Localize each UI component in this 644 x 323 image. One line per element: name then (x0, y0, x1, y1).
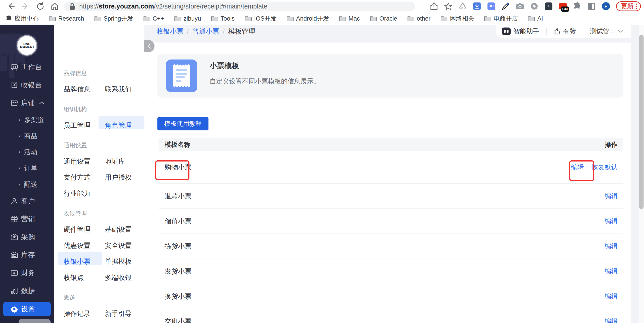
sidebar-item-purchase[interactable]: 采购 (0, 230, 54, 244)
sidebar-item-marketing[interactable]: 营销 (0, 212, 54, 226)
submenu-item-cashier-point[interactable]: 收银点 (64, 273, 84, 282)
sidebar-item-inventory[interactable]: 库存 (0, 248, 54, 262)
bookmark-folder[interactable]: 网络相关 (441, 14, 474, 22)
table-row: 交班小票 编辑 (158, 309, 623, 323)
sidebar-item-orders[interactable]: 订单 (0, 162, 54, 174)
praise-button[interactable]: 有赞 (553, 27, 576, 36)
template-tutorial-button[interactable]: 模板使用教程 (158, 117, 208, 130)
submenu-item-receipt[interactable]: 收银小票 (64, 257, 90, 266)
share-icon[interactable] (430, 2, 438, 10)
edit-link[interactable]: 编辑 (604, 242, 618, 251)
submenu-item-op-log[interactable]: 操作记录 (64, 309, 90, 318)
bookmark-star-icon[interactable] (444, 2, 452, 10)
edit-link[interactable]: 编辑 (604, 317, 618, 323)
banner-title: 小票模板 (210, 61, 239, 71)
bookmark-folder[interactable]: zibuyu (174, 15, 201, 22)
sidebar-item-multichannel[interactable]: 多渠道 (0, 114, 54, 126)
bookmark-app-center[interactable]: 应用中心 (6, 14, 39, 22)
smart-assistant-button[interactable]: 智能助手 (502, 27, 540, 36)
chrome-update-button[interactable]: 更新 (616, 1, 641, 11)
bookmark-folder[interactable]: Research (49, 15, 84, 22)
chrome-menu-icon[interactable] (636, 3, 637, 9)
extension-camera-icon[interactable] (516, 2, 524, 10)
edit-link[interactable]: 编辑 (604, 217, 618, 226)
bullet-icon (19, 151, 20, 153)
extension-download-icon[interactable] (473, 2, 481, 10)
bookmark-folder[interactable]: IOS开发 (245, 14, 277, 22)
bookmark-folder[interactable]: Tools (212, 15, 235, 22)
submenu-item-contact-us[interactable]: 联系我们 (105, 85, 132, 94)
edit-link[interactable]: 编辑 (604, 267, 618, 276)
submenu-item-industry[interactable]: 行业能力 (64, 189, 90, 198)
submenu-item-payment[interactable]: 支付方式 (64, 173, 90, 182)
breadcrumb-link-normal-receipt[interactable]: 普通小票 (192, 27, 219, 36)
submenu-item-basic[interactable]: 基础设置 (105, 225, 132, 234)
home-icon[interactable] (50, 2, 59, 11)
settings-submenu: 品牌信息 品牌信息 联系我们 组织机构 员工管理 角色管理 通用设置 通用设置 … (54, 24, 144, 323)
back-icon[interactable] (6, 2, 15, 11)
submenu-item-address-lib[interactable]: 地址库 (105, 157, 125, 166)
account-menu[interactable]: 测试管... (590, 27, 624, 36)
side-panel-icon[interactable] (587, 2, 596, 10)
breadcrumb-current: 模板管理 (228, 27, 255, 36)
extension-circle-icon[interactable] (530, 2, 538, 10)
sidebar-item-settings[interactable]: 设置 (3, 302, 50, 316)
bookmark-folder[interactable]: AI (528, 15, 543, 22)
submenu-item-role-mgmt[interactable]: 角色管理 (105, 121, 132, 130)
extension-eyedropper-icon[interactable] (501, 2, 510, 10)
submenu-item-multi-cashier[interactable]: 多端收银 (105, 273, 132, 282)
annotation-box-edit (569, 160, 594, 181)
sidebar-item-cashier[interactable]: 收银台 (0, 78, 54, 92)
sidebar-item-delivery[interactable]: 配送 (0, 178, 54, 191)
extensions-puzzle-icon[interactable] (573, 2, 581, 10)
bookmark-folder[interactable]: Mac (339, 15, 360, 22)
submenu-item-newbie[interactable]: 新手引导 (105, 309, 132, 318)
submenu-item-brand-info[interactable]: 品牌信息 (64, 85, 90, 94)
submenu-item-hardware[interactable]: 硬件管理 (64, 225, 90, 234)
folder-icon (287, 16, 294, 21)
submenu-item-doc-template[interactable]: 单据模板 (105, 257, 132, 266)
submenu-item-discount[interactable]: 优惠设置 (64, 241, 90, 250)
profile-avatar[interactable]: F (602, 2, 610, 10)
extension-recycle-icon[interactable] (458, 2, 467, 10)
extension-cn-translate-icon[interactable]: CN (559, 2, 567, 10)
sidebar-item-customers[interactable]: 客户 (0, 194, 54, 209)
bookmark-folder[interactable]: other (408, 15, 430, 22)
reload-icon[interactable] (36, 2, 45, 11)
bookmark-folder[interactable]: Spring开发 (94, 14, 133, 22)
sidebar-footer-pill[interactable] (18, 319, 50, 323)
edit-link[interactable]: 编辑 (604, 292, 618, 301)
folder-icon (441, 16, 448, 21)
gear-icon (10, 305, 18, 313)
sidebar-item-workbench[interactable]: 工作台 (0, 60, 54, 74)
bookmark-folder[interactable]: Android开发 (287, 14, 329, 22)
gift-icon (10, 215, 18, 223)
sidebar-item-activity[interactable]: 活动 (0, 146, 54, 158)
store-logo[interactable]: ONE MOMENT (16, 35, 37, 56)
extension-x-icon[interactable]: X (544, 2, 553, 10)
sidebar-item-goods[interactable]: 商品 (0, 130, 54, 142)
table-row: 购物小票 编辑恢复默认 (158, 151, 623, 184)
breadcrumb-link-receipt[interactable]: 收银小票 (156, 27, 184, 36)
bullet-icon (19, 168, 20, 169)
submenu-item-user-auth[interactable]: 用户授权 (105, 173, 132, 182)
edit-link[interactable]: 编辑 (604, 192, 618, 201)
sidebar-item-shop[interactable]: 店铺 (0, 96, 54, 110)
folder-icon (408, 16, 414, 21)
restore-default-link[interactable]: 恢复默认 (592, 163, 618, 172)
sidebar-item-data[interactable]: 数据 (0, 284, 54, 298)
bookmark-folder[interactable]: C++ (144, 15, 164, 22)
submenu-item-general[interactable]: 通用设置 (64, 157, 90, 166)
finance-icon (10, 269, 18, 277)
submenu-item-staff-mgmt[interactable]: 员工管理 (64, 121, 90, 130)
sidebar-item-finance[interactable]: 财务 (0, 266, 54, 280)
bookmark-folder[interactable]: Oracle (370, 15, 397, 22)
workbench-icon (10, 63, 18, 71)
forward-icon[interactable] (21, 2, 30, 11)
address-bar[interactable]: https://store.youzan.com/v2/setting/stor… (64, 1, 415, 11)
page-scrollbar-thumb[interactable] (639, 35, 644, 209)
bookmark-folder[interactable]: 电商开店 (484, 14, 518, 22)
header-actions: 智能助手 有赞 测试管... (496, 24, 631, 38)
extension-jh-icon[interactable]: JH (487, 2, 495, 10)
submenu-item-security[interactable]: 安全设置 (105, 241, 132, 250)
